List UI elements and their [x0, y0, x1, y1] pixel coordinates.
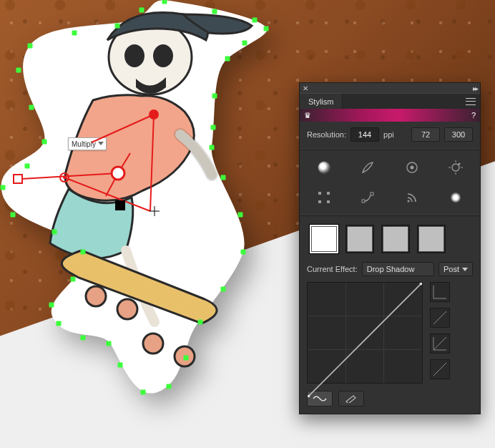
panel-titlebar[interactable]: ✕ ▸▸ — [300, 83, 480, 93]
svg-rect-31 — [371, 193, 373, 195]
svg-line-39 — [433, 337, 446, 350]
effect-icon-grid — [307, 157, 473, 208]
svg-rect-27 — [327, 192, 330, 195]
curve-preset-invert[interactable] — [430, 333, 450, 354]
svg-rect-28 — [318, 200, 321, 203]
effect-feather-icon[interactable] — [361, 160, 375, 175]
brand-bar: ♛ ? — [300, 109, 480, 122]
svg-point-14 — [112, 167, 124, 180]
swatch-1[interactable] — [310, 225, 338, 253]
svg-line-38 — [433, 311, 446, 324]
current-effect-value: Drop Shadow — [367, 265, 415, 273]
resolution-label: Resolution: — [307, 130, 346, 139]
svg-rect-13 — [14, 175, 22, 183]
svg-rect-29 — [327, 200, 330, 203]
svg-point-10 — [149, 109, 159, 120]
svg-line-6 — [21, 173, 118, 179]
svg-point-12 — [63, 176, 66, 179]
effect-outer-glow-icon[interactable] — [449, 160, 463, 175]
crown-icon: ♛ — [304, 111, 311, 120]
svg-line-4 — [92, 115, 154, 142]
svg-rect-34 — [308, 395, 310, 397]
curve-editor[interactable] — [307, 282, 423, 384]
svg-point-20 — [452, 164, 459, 171]
curve-preset-flat[interactable] — [430, 282, 450, 302]
swatch-4[interactable] — [417, 225, 446, 253]
swatch-row — [307, 223, 473, 255]
svg-point-21 — [459, 163, 461, 165]
current-effect-dropdown[interactable]: Drop Shadow — [362, 262, 434, 276]
svg-rect-15 — [115, 200, 125, 210]
svg-rect-26 — [318, 192, 321, 195]
svg-rect-30 — [362, 200, 365, 203]
curve-preset-linear[interactable] — [430, 308, 450, 328]
effect-target-icon[interactable] — [405, 160, 419, 175]
swatch-3[interactable] — [381, 225, 410, 253]
effect-path-icon[interactable] — [361, 190, 375, 205]
chevron-down-icon — [462, 268, 468, 271]
shadow-control-widget[interactable] — [0, 0, 300, 415]
stylism-panel: ✕ ▸▸ Stylism ♛ ? Resolution: 144 ppi 72 … — [299, 82, 481, 414]
curve-preset-linear2[interactable] — [430, 359, 450, 379]
effect-inner-glow-icon[interactable] — [449, 190, 463, 205]
svg-point-19 — [410, 166, 413, 170]
res-preset-72[interactable]: 72 — [411, 127, 440, 142]
tab-stylism[interactable]: Stylism — [300, 93, 343, 109]
resolution-row: Resolution: 144 ppi 72 300 — [307, 127, 473, 142]
effect-rss-icon[interactable] — [405, 190, 419, 205]
panel-collapse-icon[interactable]: ▸▸ — [473, 84, 477, 92]
resolution-unit: ppi — [383, 130, 394, 139]
current-effect-label: Current Effect: — [307, 265, 358, 273]
svg-line-5 — [150, 115, 154, 211]
help-icon[interactable]: ? — [471, 111, 476, 120]
post-toggle[interactable]: Post — [438, 262, 473, 276]
panel-menu-icon[interactable] — [466, 98, 476, 105]
effect-registration-icon[interactable] — [317, 190, 331, 205]
effect-drop-shadow-icon[interactable] — [317, 160, 331, 175]
close-icon[interactable]: ✕ — [303, 84, 308, 92]
resolution-input[interactable]: 144 — [351, 127, 379, 142]
svg-line-33 — [308, 283, 422, 397]
res-preset-300[interactable]: 300 — [444, 127, 473, 142]
swatch-2[interactable] — [345, 225, 374, 253]
svg-rect-35 — [420, 283, 422, 285]
post-label: Post — [443, 265, 459, 273]
tab-label: Stylism — [308, 97, 333, 106]
svg-line-42 — [433, 363, 446, 376]
svg-point-32 — [407, 200, 409, 203]
